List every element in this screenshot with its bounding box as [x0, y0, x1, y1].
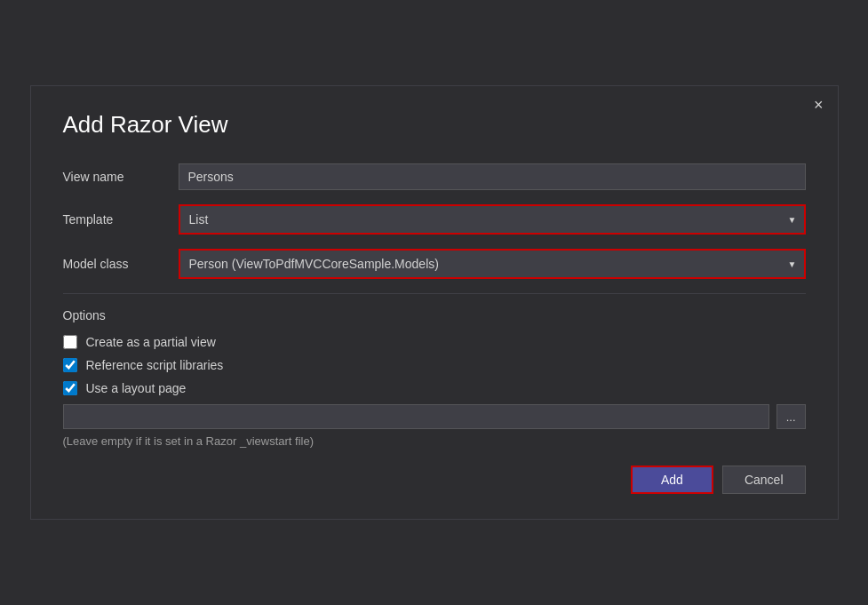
- add-button[interactable]: Add: [631, 466, 713, 494]
- options-section: Options Create as a partial view Referen…: [63, 308, 806, 448]
- template-label: Template: [63, 212, 179, 227]
- partial-view-checkbox[interactable]: [63, 335, 77, 349]
- view-name-label: View name: [63, 170, 179, 184]
- template-row: Template Empty (without model) Create De…: [63, 204, 806, 235]
- model-class-label: Model class: [63, 257, 179, 271]
- hint-text: (Leave empty if it is set in a Razor _vi…: [63, 434, 806, 448]
- template-select-wrapper: Empty (without model) Create Delete Deta…: [179, 204, 806, 235]
- reference-scripts-checkbox[interactable]: [63, 358, 77, 372]
- divider: [63, 293, 806, 294]
- partial-view-label: Create as a partial view: [86, 335, 216, 349]
- browse-button[interactable]: ...: [776, 404, 806, 429]
- reference-scripts-label: Reference script libraries: [86, 358, 224, 372]
- model-class-row: Model class Person (ViewToPdfMVCCoreSamp…: [63, 249, 806, 279]
- reference-scripts-row: Reference script libraries: [63, 358, 806, 372]
- template-select[interactable]: Empty (without model) Create Delete Deta…: [180, 206, 804, 233]
- button-row: Add Cancel: [63, 466, 806, 494]
- cancel-button[interactable]: Cancel: [722, 466, 806, 494]
- close-button[interactable]: ×: [814, 97, 824, 113]
- use-layout-row: Use a layout page: [63, 381, 806, 395]
- dialog: × Add Razor View View name Template Empt…: [30, 85, 839, 520]
- layout-page-input[interactable]: [63, 404, 769, 429]
- model-class-select[interactable]: Person (ViewToPdfMVCCoreSample.Models): [180, 251, 804, 277]
- view-name-input[interactable]: [179, 163, 806, 190]
- layout-page-row: ...: [63, 404, 806, 429]
- partial-view-row: Create as a partial view: [63, 335, 806, 349]
- dialog-overlay: × Add Razor View View name Template Empt…: [0, 0, 868, 605]
- use-layout-label: Use a layout page: [86, 381, 187, 395]
- dialog-title: Add Razor View: [63, 111, 806, 139]
- model-class-select-wrapper: Person (ViewToPdfMVCCoreSample.Models) ▼: [179, 249, 806, 279]
- view-name-row: View name: [63, 163, 806, 190]
- options-title: Options: [63, 308, 806, 322]
- use-layout-checkbox[interactable]: [63, 381, 77, 395]
